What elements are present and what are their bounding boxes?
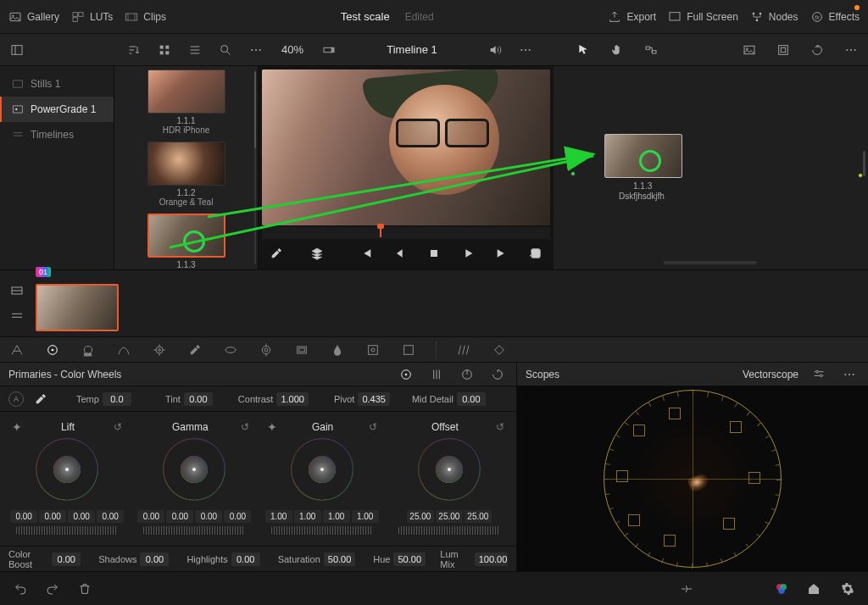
palette-warper[interactable]: [222, 341, 239, 358]
reset-all-button[interactable]: [807, 40, 827, 60]
panel-layout-button[interactable]: [7, 40, 27, 60]
luts-tab[interactable]: LUTs: [71, 10, 113, 24]
palette-camera-raw[interactable]: [8, 341, 25, 358]
wheel-value[interactable]: 0.00: [137, 510, 164, 523]
sidebar-item-stills[interactable]: Stills 1: [0, 71, 114, 97]
primaries-reset[interactable]: [487, 364, 508, 385]
palette-hdr[interactable]: HDR: [80, 341, 97, 358]
node-input-dot[interactable]: [570, 171, 576, 176]
image-button[interactable]: [739, 40, 760, 60]
last-frame-button[interactable]: [492, 243, 512, 264]
still-item-2[interactable]: 1.1.2 Orange & Teal: [121, 142, 251, 207]
palette-sizing[interactable]: [491, 341, 508, 358]
palette-window[interactable]: [293, 341, 310, 358]
master-jog[interactable]: [16, 526, 118, 535]
primaries-bars-tab[interactable]: [426, 364, 447, 385]
y-adjust-button[interactable]: ✦: [267, 420, 277, 434]
sidebar-item-powergrade[interactable]: PowerGrade 1: [0, 97, 114, 122]
scopes-mode[interactable]: Vectorscope: [743, 369, 798, 380]
timeline-name[interactable]: Timeline 1: [387, 43, 437, 56]
color-wheel[interactable]: [36, 439, 97, 500]
clips-view-button[interactable]: [7, 280, 27, 301]
wheel-value[interactable]: 25.00: [465, 510, 492, 523]
wheel-reset[interactable]: ↺: [369, 421, 377, 433]
viewer-image[interactable]: [262, 69, 550, 225]
grid-view-button[interactable]: [154, 40, 175, 60]
prev-frame-button[interactable]: [390, 243, 410, 264]
redo-button[interactable]: [42, 579, 63, 599]
pick-white-button[interactable]: [31, 389, 51, 409]
wheel-value[interactable]: 1.00: [323, 510, 350, 523]
wheel-value[interactable]: 1.00: [294, 510, 321, 523]
node-vscroll[interactable]: [863, 151, 865, 176]
wheel-value[interactable]: 1.00: [352, 510, 379, 523]
wheel-value[interactable]: 25.00: [407, 510, 434, 523]
settings-button[interactable]: [837, 579, 858, 599]
primaries-wheels-tab[interactable]: [396, 364, 416, 385]
still-item-3[interactable]: 1.1.3 Dskfjhsdkjfh: [121, 214, 251, 269]
clips-tab[interactable]: Clips: [125, 10, 166, 24]
color-wheel[interactable]: [164, 439, 225, 500]
palette-blur[interactable]: [400, 341, 417, 358]
palette-tracking[interactable]: [329, 341, 346, 358]
saturation-control[interactable]: Saturation50.00: [278, 552, 356, 566]
viewer-scrubber[interactable]: [262, 227, 550, 239]
nodes-more-button[interactable]: [841, 40, 861, 60]
nodes-button[interactable]: Nodes: [750, 10, 798, 24]
list-view-button[interactable]: [185, 40, 205, 60]
playhead[interactable]: [380, 227, 381, 237]
wheel-value[interactable]: 0.00: [224, 510, 251, 523]
node-graph[interactable]: 1.1.3 Dskfjhsdkjfh: [554, 66, 868, 269]
palette-motion[interactable]: [151, 341, 168, 358]
gallery-more-button[interactable]: [246, 40, 266, 60]
color-page-button[interactable]: [771, 579, 792, 599]
shadows-control[interactable]: Shadows0.00: [98, 552, 169, 566]
scopes-settings[interactable]: [809, 364, 829, 385]
hue-control[interactable]: Hue50.00: [373, 552, 426, 566]
clip-01[interactable]: 01: [36, 275, 119, 331]
page-nav-button[interactable]: [676, 579, 697, 599]
lummix-control[interactable]: Lum Mix100.00: [440, 549, 508, 569]
layers-button[interactable]: [307, 243, 327, 264]
wheel-value[interactable]: 1.00: [265, 510, 292, 523]
sort-button[interactable]: [124, 40, 144, 60]
delete-button[interactable]: [75, 579, 95, 599]
wheel-reset[interactable]: ↺: [496, 421, 504, 433]
hand-tool[interactable]: [607, 40, 627, 60]
clips-timeline-button[interactable]: [7, 306, 27, 326]
first-frame-button[interactable]: [356, 243, 376, 264]
gallery-tab[interactable]: Gallery: [8, 10, 59, 24]
sidebar-item-timelines[interactable]: Timelines: [0, 122, 114, 147]
eyedropper-button[interactable]: [266, 243, 287, 264]
wheel-reset[interactable]: ↺: [114, 421, 122, 433]
palette-rgb-mixer[interactable]: [115, 341, 132, 358]
stop-button[interactable]: [424, 243, 444, 264]
wheel-value[interactable]: 0.00: [97, 510, 124, 523]
temp-control[interactable]: Temp0.0: [76, 392, 131, 406]
pointer-tool[interactable]: [573, 40, 593, 60]
undo-button[interactable]: [10, 579, 31, 599]
wheel-value[interactable]: 25.00: [436, 510, 463, 523]
node-thumb[interactable]: [604, 134, 682, 178]
highlights-control[interactable]: Highlights0.00: [186, 552, 259, 566]
palette-color-wheels[interactable]: [44, 341, 61, 358]
middetail-control[interactable]: Mid Detail0.00: [412, 392, 486, 406]
node-hscroll[interactable]: [664, 261, 757, 264]
wheel-value[interactable]: 0.00: [166, 510, 193, 523]
export-button[interactable]: Export: [608, 10, 656, 24]
auto-button[interactable]: A: [8, 391, 24, 407]
pivot-control[interactable]: Pivot0.435: [334, 392, 390, 406]
highlight-button[interactable]: [319, 40, 339, 60]
palette-magic-mask[interactable]: [364, 341, 381, 358]
colorboost-control[interactable]: Color Boost0.00: [8, 549, 81, 569]
tint-control[interactable]: Tint0.00: [165, 392, 213, 406]
master-jog[interactable]: [271, 526, 373, 535]
palette-curves[interactable]: [186, 341, 203, 358]
crop-button[interactable]: [773, 40, 793, 60]
fullscreen-button[interactable]: Full Screen: [668, 10, 738, 24]
wheel-value[interactable]: 0.00: [68, 510, 95, 523]
y-adjust-button[interactable]: ✦: [12, 420, 22, 434]
color-wheel[interactable]: [419, 439, 480, 500]
color-wheel[interactable]: [292, 439, 353, 500]
contrast-control[interactable]: Contrast1.000: [238, 392, 309, 406]
